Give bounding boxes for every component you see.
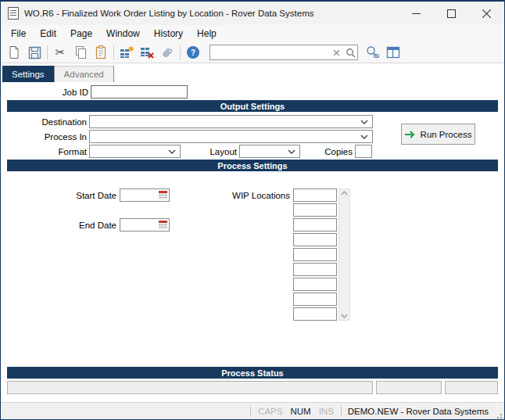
menu-file[interactable]: File xyxy=(4,26,33,41)
new-button[interactable] xyxy=(4,43,24,62)
search-clear-icon[interactable] xyxy=(329,49,343,56)
chevron-down-icon xyxy=(360,120,368,124)
tab-settings-label: Settings xyxy=(12,70,45,79)
minimize-button[interactable] xyxy=(399,2,434,25)
form-layout-icon xyxy=(386,46,400,59)
statusbar-separator xyxy=(250,406,251,417)
process-in-label: Process In xyxy=(1,132,87,142)
menu-help[interactable]: Help xyxy=(190,26,224,41)
wip-location-input[interactable] xyxy=(293,218,337,232)
scroll-down-icon[interactable] xyxy=(341,314,348,318)
chevron-down-icon xyxy=(288,149,295,154)
cut-button[interactable]: ✂ xyxy=(50,43,70,62)
close-icon xyxy=(482,9,491,18)
copies-label: Copies xyxy=(300,147,353,156)
wip-location-input[interactable] xyxy=(293,233,337,246)
layout-label: Layout xyxy=(181,147,237,156)
wip-location-input[interactable] xyxy=(293,188,337,202)
view-results-icon xyxy=(365,45,381,59)
menu-window[interactable]: Window xyxy=(99,26,147,41)
scroll-up-icon[interactable] xyxy=(341,191,348,196)
form-layout-button[interactable] xyxy=(383,43,403,62)
wip-locations-scrollbar[interactable] xyxy=(338,188,350,321)
layout-select[interactable] xyxy=(239,145,300,158)
num-indicator: NUM xyxy=(286,407,314,416)
search-input[interactable] xyxy=(210,46,329,59)
caps-indicator: CAPS xyxy=(254,407,286,416)
copies-input[interactable] xyxy=(355,145,372,158)
toolbar-separator xyxy=(113,45,114,59)
attachment-button[interactable] xyxy=(157,43,177,62)
start-date-label: Start Date xyxy=(1,191,116,200)
wip-location-input[interactable] xyxy=(293,203,337,217)
job-id-label: Job ID xyxy=(1,88,88,97)
wip-locations-list xyxy=(293,188,337,321)
menu-page[interactable]: Page xyxy=(63,26,99,41)
chevron-down-icon xyxy=(168,149,176,154)
menu-edit[interactable]: Edit xyxy=(33,26,63,41)
run-process-button[interactable]: Run Process xyxy=(401,124,475,145)
wip-location-input[interactable] xyxy=(293,293,337,306)
run-arrow-icon xyxy=(405,131,416,138)
title-bar: WO.R6 - Finalized Work Order Listing by … xyxy=(1,2,504,25)
connection-status: DEMO.NEW - Rover Data Systems xyxy=(345,407,495,416)
copy-button[interactable] xyxy=(70,43,91,62)
tab-strip: Settings Advanced xyxy=(1,63,504,82)
destination-label: Destination xyxy=(1,117,87,127)
help-button[interactable]: ? xyxy=(183,43,203,62)
toolbar-separator xyxy=(47,45,48,59)
wip-location-input[interactable] xyxy=(293,263,337,276)
save-button[interactable] xyxy=(24,43,45,62)
status-count-panel xyxy=(445,381,498,394)
tab-settings[interactable]: Settings xyxy=(2,66,55,82)
maximize-button[interactable] xyxy=(434,2,469,25)
wip-location-input[interactable] xyxy=(293,278,337,291)
status-message-panel xyxy=(7,381,373,394)
status-bar: CAPS NUM INS DEMO.NEW - Rover Data Syste… xyxy=(1,402,504,419)
save-icon xyxy=(28,46,41,59)
settings-page: Job ID Output Settings Destination Proce… xyxy=(1,82,504,402)
wip-location-input[interactable] xyxy=(293,248,337,261)
toolbar-separator xyxy=(180,45,181,59)
toolbar: ✂ xyxy=(1,42,504,63)
tab-advanced-label: Advanced xyxy=(64,70,104,79)
job-id-input[interactable] xyxy=(91,85,188,99)
chevron-down-icon xyxy=(360,135,368,139)
status-progress-panel xyxy=(376,381,442,394)
wip-location-input[interactable] xyxy=(293,307,337,321)
format-select[interactable] xyxy=(89,145,181,158)
process-status-title: Process Status xyxy=(221,368,283,378)
process-settings-header: Process Settings xyxy=(7,160,498,171)
menu-history[interactable]: History xyxy=(147,26,190,41)
close-button[interactable] xyxy=(469,2,504,25)
calendar-icon[interactable] xyxy=(159,191,167,199)
end-date-label: End Date xyxy=(1,221,116,230)
help-icon: ? xyxy=(187,46,199,59)
statusbar-separator xyxy=(341,406,342,417)
output-settings-header: Output Settings xyxy=(7,100,498,112)
tab-advanced[interactable]: Advanced xyxy=(55,66,114,82)
calendar-icon[interactable] xyxy=(159,221,167,229)
process-settings-title: Process Settings xyxy=(217,161,287,171)
process-status-panels xyxy=(7,381,498,394)
insert-rows-button[interactable] xyxy=(116,43,137,62)
maximize-icon xyxy=(447,9,456,18)
paste-button[interactable] xyxy=(91,43,111,62)
format-label: Format xyxy=(1,147,87,156)
delete-rows-icon xyxy=(140,46,155,59)
delete-rows-button[interactable] xyxy=(137,43,157,62)
output-settings-title: Output Settings xyxy=(220,102,285,111)
run-process-label: Run Process xyxy=(421,130,472,139)
search-icon[interactable] xyxy=(343,48,357,58)
minimize-icon xyxy=(412,9,421,18)
process-in-select[interactable] xyxy=(89,130,373,143)
insert-rows-icon xyxy=(120,46,134,59)
app-icon xyxy=(8,7,19,20)
application-window: WO.R6 - Finalized Work Order Listing by … xyxy=(0,0,505,420)
resize-grip[interactable] xyxy=(495,411,503,419)
view-results-button[interactable] xyxy=(363,43,383,62)
destination-select[interactable] xyxy=(89,115,373,128)
paste-icon xyxy=(95,45,108,59)
new-icon xyxy=(8,45,20,59)
menu-bar: File Edit Page Window History Help xyxy=(1,25,504,42)
